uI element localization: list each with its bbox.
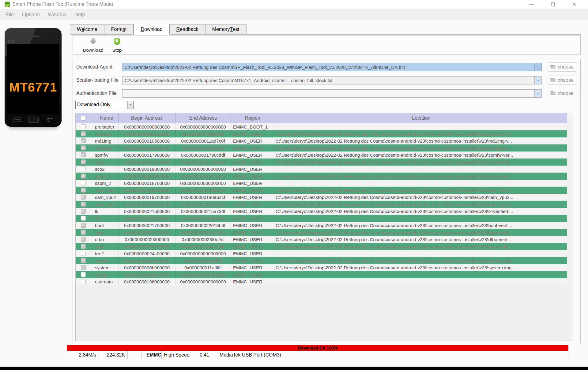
scatter-file-field[interactable]: C:\Users\deryo\Desktop\2022-02 Rettung d… bbox=[122, 76, 542, 84]
header-end-address[interactable]: End Address bbox=[175, 113, 231, 123]
table-row[interactable]: preloader0x00000000000000000x00000000000… bbox=[76, 123, 567, 130]
menu-file[interactable]: File bbox=[2, 12, 18, 18]
table-row[interactable]: ✓scp10x0000000017a000000x0000000017a8a04… bbox=[76, 159, 567, 166]
table-body: preloader0x00000000000000000x00000000000… bbox=[76, 123, 567, 285]
table-row[interactable]: ✓md1img0x00000000105000000x0000000011ad7… bbox=[76, 137, 567, 144]
row-checkbox-cell: ✓ bbox=[76, 173, 91, 179]
download-agent-dropdown[interactable] bbox=[534, 63, 541, 71]
table-row[interactable]: ✓cam_vpu30x000000001a6000000x000000001a6… bbox=[76, 201, 567, 208]
row-checkbox[interactable]: ✓ bbox=[81, 195, 86, 200]
row-checkbox[interactable]: ✓ bbox=[81, 223, 86, 228]
status-bar: 2.84M/s 224.32K EMMC High Speed 0:41 Med… bbox=[67, 351, 568, 359]
cell-end-address: 0x0000000023c1243f bbox=[175, 229, 231, 236]
row-checkbox[interactable] bbox=[81, 181, 86, 185]
cell-region: EMMC_USER bbox=[231, 130, 274, 137]
minimize-button[interactable] bbox=[524, 0, 538, 9]
table-row[interactable]: ✓dtbo0x0000000023f000000x0000000023f0e2c… bbox=[76, 236, 567, 243]
row-checkbox[interactable]: ✓ bbox=[81, 244, 86, 249]
table-row[interactable]: cache0x000000011b0000000x000000000000000… bbox=[76, 271, 567, 278]
mode-select[interactable]: Download Only bbox=[75, 101, 134, 109]
scatter-file-value: C:\Users\deryo\Desktop\2022-02 Rettung d… bbox=[123, 78, 534, 83]
menu-options[interactable]: Options bbox=[18, 12, 44, 18]
row-checkbox-cell bbox=[76, 278, 91, 285]
table-row[interactable]: ✓vendor0x00000000258000000x000000005afff… bbox=[76, 257, 567, 264]
menu-window[interactable]: Window bbox=[44, 12, 70, 18]
header-begin-address[interactable]: Begin Address bbox=[119, 113, 175, 123]
row-checkbox[interactable] bbox=[81, 124, 86, 129]
cell-location: C:\Users\deryo\Desktop\2022-02 Rettung d… bbox=[274, 159, 567, 165]
download-agent-value: C:\Users\deryo\Desktop\2022-02 Rettung d… bbox=[123, 65, 534, 70]
row-checkbox[interactable]: ✓ bbox=[81, 230, 86, 235]
cell-end-address: 0x00000000215a73df bbox=[175, 208, 231, 215]
row-checkbox[interactable]: ✓ bbox=[81, 174, 86, 178]
cell-location bbox=[274, 123, 567, 130]
auth-file-dropdown[interactable] bbox=[534, 90, 541, 97]
header-name[interactable]: Name bbox=[91, 113, 119, 123]
table-row[interactable]: ✓system0x000000005b0000000x000000011afff… bbox=[76, 264, 567, 271]
row-checkbox[interactable] bbox=[81, 279, 86, 284]
row-checkbox[interactable]: ✓ bbox=[81, 202, 86, 207]
download-button[interactable]: Download bbox=[78, 38, 108, 53]
row-checkbox[interactable]: ✓ bbox=[81, 237, 86, 242]
table-row[interactable]: ✓cam_vpu20x00000000197000000x000000001a0… bbox=[76, 194, 567, 201]
row-checkbox[interactable]: ✓ bbox=[81, 265, 86, 270]
tab-format[interactable]: Format bbox=[104, 24, 134, 34]
menu-help[interactable]: Help bbox=[70, 12, 89, 18]
phone-home-icon bbox=[28, 117, 39, 123]
download-agent-choose-button[interactable]: choose bbox=[548, 62, 576, 72]
row-checkbox[interactable]: ✓ bbox=[81, 138, 86, 143]
auth-file-field[interactable] bbox=[122, 89, 542, 98]
row-checkbox[interactable] bbox=[81, 251, 86, 256]
table-row[interactable]: ✓logo0x00000000237000000x0000000023c1243… bbox=[76, 229, 567, 236]
table-row[interactable]: ✓lk0x00000000215000000x00000000215a73dfE… bbox=[76, 208, 567, 215]
stop-button[interactable]: Stop bbox=[108, 38, 126, 53]
header-location[interactable]: Location bbox=[274, 113, 567, 123]
cell-name: system bbox=[91, 264, 119, 271]
table-row[interactable]: ✓sspm_10x00000000186000000x000000001867a… bbox=[76, 173, 567, 180]
maximize-button[interactable] bbox=[546, 0, 560, 9]
auth-file-choose-button[interactable]: choose bbox=[548, 89, 576, 98]
close-button[interactable]: ✕ bbox=[567, 0, 581, 9]
table-row[interactable]: ✓spmfw0x00000000179000000x000000001790cd… bbox=[76, 151, 567, 159]
cell-begin-address: 0x000000005b000000 bbox=[119, 264, 175, 271]
table-row[interactable]: userdata0x00000001360000000x000000000000… bbox=[76, 278, 567, 285]
select-all-checkbox[interactable] bbox=[81, 116, 86, 121]
table-row[interactable]: ✓tee10x00000000247000000x00000000247c294… bbox=[76, 243, 567, 250]
tab-readback[interactable]: Readback bbox=[170, 24, 205, 34]
scatter-file-dropdown[interactable] bbox=[534, 77, 541, 84]
tab-welcome[interactable]: Welcome bbox=[70, 24, 104, 34]
row-checkbox[interactable]: ✓ bbox=[81, 152, 86, 157]
row-checkbox[interactable] bbox=[81, 272, 86, 277]
scatter-file-choose-button[interactable]: choose bbox=[548, 76, 576, 85]
cell-location: C:\Users\deryo\Desktop\2022-02 Rettung d… bbox=[274, 201, 567, 207]
row-checkbox[interactable]: ✓ bbox=[81, 131, 86, 136]
cell-region: EMMC_USER bbox=[231, 137, 274, 144]
row-checkbox[interactable]: ✓ bbox=[81, 209, 86, 214]
table-row[interactable]: tee20x0000000024c000000x0000000000000000… bbox=[76, 250, 567, 257]
cell-end-address: 0x0000000022018b9f bbox=[175, 222, 231, 229]
row-checkbox[interactable] bbox=[81, 166, 86, 171]
row-checkbox[interactable] bbox=[81, 216, 86, 221]
row-checkbox[interactable]: ✓ bbox=[81, 188, 86, 192]
cell-begin-address: 0x0000000024c00000 bbox=[119, 250, 175, 257]
download-agent-field[interactable]: C:\Users\deryo\Desktop\2022-02 Rettung d… bbox=[122, 63, 542, 71]
row-checkbox[interactable]: ✓ bbox=[81, 145, 86, 150]
table-row[interactable]: ✓cam_vpu10x00000000188000000x00000000189… bbox=[76, 187, 567, 194]
mode-select-dropdown[interactable] bbox=[127, 101, 133, 109]
table-row[interactable]: ✓md1dsp0x00000000169000000x0000000016f99… bbox=[76, 144, 567, 151]
table-row[interactable]: ✓boot0x00000000217000000x0000000022018b9… bbox=[76, 222, 567, 229]
table-row[interactable]: ✓recovery0x00000000001080000x0000000000f… bbox=[76, 130, 567, 137]
table-row[interactable]: sspm_20x00000000187000000x00000000000000… bbox=[76, 180, 567, 187]
table-scrollbar[interactable] bbox=[567, 113, 572, 341]
row-checkbox[interactable]: ✓ bbox=[81, 159, 86, 164]
cell-end-address: 0x000000001790cddf bbox=[175, 151, 231, 158]
cell-begin-address: 0x0000000136000000 bbox=[119, 278, 175, 285]
cell-location: C:\Users\deryo\Desktop\2022-02 Rettung d… bbox=[274, 173, 567, 179]
table-row[interactable]: scp20x00000000180000000x0000000000000000… bbox=[76, 166, 567, 173]
tab-download[interactable]: Download bbox=[134, 24, 169, 35]
table-row[interactable]: lk20x00000000216000000x0000000000000000E… bbox=[76, 215, 567, 222]
header-region[interactable]: Region bbox=[231, 113, 274, 123]
tab-memory-test[interactable]: Memory Test bbox=[205, 24, 247, 34]
cell-region: EMMC_USER bbox=[231, 264, 274, 271]
row-checkbox[interactable]: ✓ bbox=[81, 258, 86, 263]
